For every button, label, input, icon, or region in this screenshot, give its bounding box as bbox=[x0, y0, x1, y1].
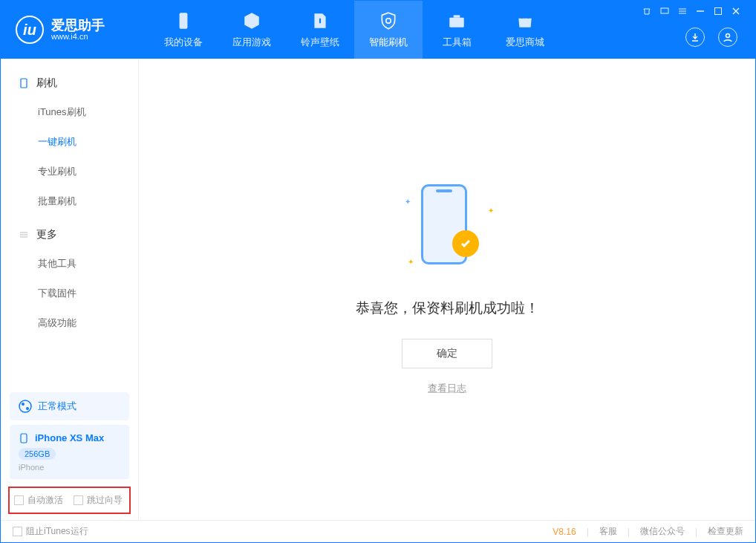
tab-toolbox[interactable]: 工具箱 bbox=[423, 1, 491, 59]
device-icon bbox=[173, 10, 194, 31]
footer-link-update[interactable]: 检查更新 bbox=[708, 525, 743, 538]
sparkle-icon: ✦ bbox=[488, 207, 494, 215]
confirm-button[interactable]: 确定 bbox=[402, 339, 492, 368]
user-icon[interactable] bbox=[718, 27, 737, 47]
success-message: 恭喜您，保资料刷机成功啦！ bbox=[356, 299, 539, 318]
svg-point-5 bbox=[726, 34, 730, 38]
shield-refresh-icon bbox=[378, 10, 399, 31]
tab-my-device[interactable]: 我的设备 bbox=[149, 1, 218, 59]
tab-apps-games[interactable]: 应用游戏 bbox=[218, 1, 286, 59]
svg-point-7 bbox=[19, 400, 31, 412]
sparkle-icon: ✦ bbox=[408, 258, 414, 266]
sidebar-section-more: 更多 其他工具 下载固件 高级功能 bbox=[1, 221, 138, 342]
music-file-icon bbox=[310, 10, 330, 31]
checkbox-icon bbox=[74, 495, 83, 505]
brand-title: 爱思助手 bbox=[51, 19, 105, 32]
svg-rect-4 bbox=[715, 8, 722, 15]
sidebar-item-advanced[interactable]: 高级功能 bbox=[1, 308, 138, 338]
status-label: 正常模式 bbox=[38, 400, 76, 413]
sparkle-icon: ✦ bbox=[405, 198, 411, 206]
tab-label: 应用游戏 bbox=[232, 36, 271, 49]
menu-icon[interactable] bbox=[678, 7, 687, 18]
separator: | bbox=[628, 527, 630, 537]
logo-area: iu 爱思助手 www.i4.cn bbox=[1, 16, 149, 44]
toolbox-icon bbox=[446, 10, 467, 31]
device-type: iPhone bbox=[19, 463, 120, 472]
checkmark-badge-icon bbox=[452, 230, 479, 257]
sidebar-section-label: 刷机 bbox=[36, 77, 57, 90]
store-icon bbox=[515, 10, 535, 31]
minimize-icon[interactable] bbox=[696, 7, 705, 18]
phone-small-icon bbox=[19, 433, 29, 443]
main-content: ✦ ✦ ✦ 恭喜您，保资料刷机成功啦！ 确定 查看日志 bbox=[139, 59, 755, 520]
close-icon[interactable] bbox=[731, 7, 740, 18]
footer: 阻止iTunes运行 V8.16 | 客服 | 微信公众号 | 检查更新 bbox=[1, 520, 755, 542]
tab-label: 智能刷机 bbox=[369, 36, 408, 49]
svg-rect-10 bbox=[21, 434, 27, 443]
sidebar-header-more: 更多 bbox=[1, 221, 138, 249]
tab-label: 爱思商城 bbox=[506, 36, 544, 49]
brand-subtitle: www.i4.cn bbox=[51, 32, 105, 41]
checkbox-icon bbox=[13, 527, 22, 536]
checkbox-label: 跳过向导 bbox=[87, 494, 123, 507]
sidebar-item-oneclick-flash[interactable]: 一键刷机 bbox=[1, 127, 138, 157]
sidebar-item-download-firmware[interactable]: 下载固件 bbox=[1, 279, 138, 308]
svg-rect-6 bbox=[21, 79, 27, 88]
svg-point-8 bbox=[22, 403, 25, 406]
footer-link-wechat[interactable]: 微信公众号 bbox=[640, 525, 685, 538]
list-icon bbox=[19, 230, 29, 240]
device-storage: 256GB bbox=[19, 448, 56, 460]
svg-rect-1 bbox=[449, 18, 464, 27]
view-log-link[interactable]: 查看日志 bbox=[428, 382, 466, 395]
sidebar-item-pro-flash[interactable]: 专业刷机 bbox=[1, 157, 138, 186]
tab-store[interactable]: 爱思商城 bbox=[491, 1, 559, 59]
sidebar-section-label: 更多 bbox=[36, 228, 57, 241]
checkbox-label: 自动激活 bbox=[27, 494, 63, 507]
svg-rect-3 bbox=[661, 8, 668, 13]
device-name-row: iPhone XS Max bbox=[19, 432, 120, 443]
tab-label: 我的设备 bbox=[164, 36, 203, 49]
sidebar-item-itunes-flash[interactable]: iTunes刷机 bbox=[1, 97, 138, 127]
separator: | bbox=[587, 527, 589, 537]
svg-rect-2 bbox=[454, 15, 460, 17]
skin-icon[interactable] bbox=[642, 7, 651, 18]
checkbox-icon bbox=[14, 495, 24, 505]
success-illustration: ✦ ✦ ✦ bbox=[391, 184, 503, 281]
download-icon[interactable] bbox=[685, 27, 705, 47]
footer-right: V8.16 | 客服 | 微信公众号 | 检查更新 bbox=[553, 525, 743, 538]
user-icons bbox=[685, 27, 748, 59]
tab-smart-flash[interactable]: 智能刷机 bbox=[354, 1, 423, 59]
tab-label: 铃声壁纸 bbox=[301, 36, 339, 49]
sidebar-header-flash: 刷机 bbox=[1, 69, 138, 97]
device-info-box[interactable]: iPhone XS Max 256GB iPhone bbox=[10, 425, 129, 479]
version-label: V8.16 bbox=[553, 527, 576, 537]
maximize-icon[interactable] bbox=[714, 7, 723, 18]
app-logo-icon: iu bbox=[16, 16, 44, 44]
sidebar-bottom: 正常模式 iPhone XS Max 256GB iPhone 自动激活 跳过向… bbox=[1, 388, 138, 520]
tab-label: 工具箱 bbox=[443, 36, 472, 49]
checkbox-label: 阻止iTunes运行 bbox=[26, 525, 88, 538]
highlighted-checkbox-row: 自动激活 跳过向导 bbox=[8, 487, 131, 514]
tab-ringtones-wallpaper[interactable]: 铃声壁纸 bbox=[286, 1, 354, 59]
device-mode-status[interactable]: 正常模式 bbox=[10, 392, 129, 420]
status-icon bbox=[19, 400, 32, 413]
checkbox-block-itunes[interactable]: 阻止iTunes运行 bbox=[13, 525, 88, 538]
feedback-icon[interactable] bbox=[660, 7, 669, 18]
sidebar: 刷机 iTunes刷机 一键刷机 专业刷机 批量刷机 更多 其他工具 下载固件 … bbox=[1, 59, 139, 520]
checkbox-skip-guide[interactable]: 跳过向导 bbox=[74, 494, 123, 507]
nav-tabs: 我的设备 应用游戏 铃声壁纸 智能刷机 工具箱 爱思商城 bbox=[149, 1, 559, 59]
sidebar-item-batch-flash[interactable]: 批量刷机 bbox=[1, 186, 138, 216]
checkbox-auto-activate[interactable]: 自动激活 bbox=[14, 494, 63, 507]
footer-link-support[interactable]: 客服 bbox=[599, 525, 617, 538]
window-controls bbox=[642, 1, 748, 18]
sidebar-item-other-tools[interactable]: 其他工具 bbox=[1, 249, 138, 279]
device-name: iPhone XS Max bbox=[35, 432, 104, 443]
app-header: iu 爱思助手 www.i4.cn 我的设备 应用游戏 铃声壁纸 智能刷机 工具… bbox=[1, 1, 755, 59]
sidebar-section-flash: 刷机 iTunes刷机 一键刷机 专业刷机 批量刷机 bbox=[1, 69, 138, 221]
header-right bbox=[642, 1, 748, 59]
svg-rect-0 bbox=[180, 13, 188, 29]
logo-text: 爱思助手 www.i4.cn bbox=[51, 19, 105, 41]
svg-point-9 bbox=[26, 407, 29, 410]
app-body: 刷机 iTunes刷机 一键刷机 专业刷机 批量刷机 更多 其他工具 下载固件 … bbox=[1, 59, 755, 520]
cube-icon bbox=[241, 10, 262, 31]
